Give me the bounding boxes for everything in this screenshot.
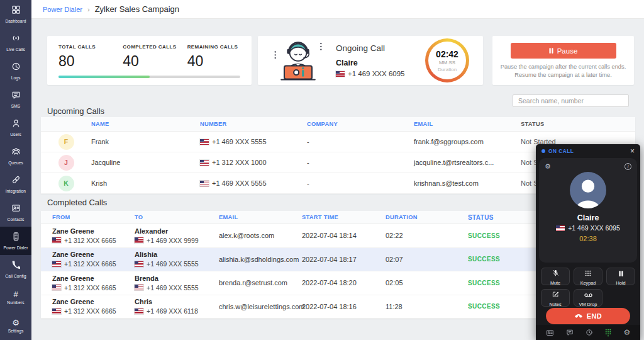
from-name: Zane Greene — [52, 298, 135, 305]
us-flag-icon — [200, 139, 209, 145]
call-timer: 02:38 — [539, 235, 637, 242]
mute-button[interactable]: Mute — [541, 268, 570, 285]
avatar: F — [58, 134, 74, 150]
info-icon[interactable]: i — [625, 163, 631, 170]
sidebar-item-label: Integration — [6, 189, 26, 193]
to-number: +1 469 XXX 5555 — [147, 260, 199, 268]
sidebar-item-users[interactable]: Users — [0, 113, 31, 142]
avatar: J — [58, 155, 74, 171]
search-input[interactable] — [513, 94, 629, 107]
sidebar-item-settings[interactable]: ⚙ Settings — [0, 312, 31, 340]
completed-calls-title: Completed Calls — [47, 198, 107, 207]
stat-value: 80 — [58, 53, 123, 70]
sidebar-item-queues[interactable]: Queues — [0, 142, 31, 170]
column-header-company[interactable]: COMPANY — [307, 121, 414, 127]
us-flag-icon — [135, 261, 143, 267]
sidebar-item-label: Call Config — [5, 274, 26, 278]
call-duration-value: 02:42 — [436, 49, 458, 59]
chat-icon[interactable] — [566, 329, 574, 336]
from-number: +1 312 XXX 6665 — [64, 260, 116, 268]
end-call-label: END — [587, 312, 602, 320]
from-number: +1 312 XXX 6665 — [64, 284, 116, 292]
ongoing-call-title: Ongoing Call — [336, 43, 424, 53]
pause-button[interactable]: Pause — [511, 43, 616, 59]
vm-drop-label: VM Drop — [579, 302, 597, 307]
notes-edit-icon — [552, 289, 559, 300]
stat-total-calls: TOTAL CALLS 80 — [58, 44, 123, 70]
dialpad-icon[interactable] — [605, 329, 611, 337]
sidebar-item-label: Dashboard — [5, 19, 26, 23]
caller-number: +1 469 XXX 6095 — [568, 224, 620, 232]
sidebar-item-power-dialer[interactable]: Power Dialer — [0, 227, 31, 255]
queues-icon — [11, 147, 21, 159]
avatar: K — [58, 176, 74, 191]
mute-label: Mute — [550, 280, 560, 286]
logs-history-icon — [11, 62, 21, 74]
column-header-number[interactable]: NUMBER — [200, 121, 307, 127]
us-flag-icon — [200, 181, 209, 186]
vm-drop-button[interactable]: VM Drop — [574, 289, 602, 307]
contact-company: - — [307, 159, 414, 166]
to-name: Alishia — [135, 251, 219, 258]
sidebar-item-dashboard[interactable]: Dashboard — [0, 0, 31, 28]
on-call-status-label: ON CALL — [548, 148, 574, 154]
sidebar-item-logs[interactable]: Logs — [0, 57, 31, 85]
to-number: +1 469 XXX 9999 — [147, 237, 199, 244]
live-calls-icon — [11, 33, 21, 45]
caller-name: Claire — [539, 213, 637, 222]
hold-button[interactable]: Hold — [606, 268, 635, 285]
ongoing-call-number: +1 469 XXX 6095 — [348, 70, 404, 77]
keypad-icon — [585, 268, 591, 279]
voicemail-icon — [584, 289, 592, 300]
column-header-email[interactable]: EMAIL — [219, 214, 302, 220]
call-agent-illustration — [270, 37, 326, 84]
sidebar-item-contacts[interactable]: Contacts — [0, 198, 31, 227]
to-number: +1 469 XXX 5555 — [147, 284, 199, 292]
campaign-stats-card: TOTAL CALLS 80 COMPLETED CALLS 40 REMAIN… — [47, 36, 252, 85]
column-header-email[interactable]: EMAIL — [414, 121, 521, 127]
column-header-to[interactable]: TO — [135, 214, 219, 220]
column-header-name[interactable]: NAME — [91, 121, 200, 127]
breadcrumb-separator: › — [87, 6, 90, 13]
from-number: +1 312 XXX 6665 — [64, 307, 116, 315]
upcoming-calls-title: Upcoming Calls — [47, 106, 104, 116]
sidebar-item-numbers[interactable]: # Numbers — [0, 283, 31, 312]
column-header-status[interactable]: STATUS — [521, 121, 635, 127]
sms-chat-icon — [11, 90, 21, 102]
column-header-start-time[interactable]: START TIME — [302, 214, 386, 220]
sidebar-item-integration[interactable]: Integration — [0, 170, 31, 198]
contacts-card-icon — [11, 203, 21, 215]
notes-label: Notes — [549, 302, 561, 307]
contact-card-icon[interactable] — [546, 329, 554, 337]
sidebar-item-label: Contacts — [8, 217, 25, 222]
history-clock-icon[interactable] — [586, 329, 593, 336]
column-header-duration[interactable]: DURATION — [386, 214, 468, 220]
close-icon[interactable]: × — [630, 147, 635, 155]
gear-icon[interactable]: ⚙ — [545, 162, 551, 171]
campaign-progress-fill — [58, 76, 150, 78]
power-dialer-icon — [11, 232, 21, 244]
settings-gear-icon[interactable]: ⚙ — [624, 328, 631, 337]
call-email: alex.k@roots.com — [219, 232, 302, 239]
caller-avatar — [570, 172, 606, 211]
column-header-from[interactable]: FROM — [41, 214, 135, 220]
hold-label: Hold — [616, 280, 625, 286]
notes-button[interactable]: Notes — [541, 289, 570, 307]
us-flag-icon — [135, 285, 143, 290]
contact-number: +1 312 XXX 1000 — [212, 159, 267, 166]
settings-gear-icon: ⚙ — [12, 319, 19, 327]
keypad-button[interactable]: Keypad — [574, 268, 602, 285]
us-flag-icon — [135, 237, 143, 243]
contact-email: krishnan.s@test.com — [414, 179, 521, 187]
keypad-label: Keypad — [580, 280, 596, 286]
breadcrumb-parent-link[interactable]: Power Dialer — [43, 6, 82, 13]
to-name: Brenda — [135, 275, 219, 282]
sidebar-item-sms[interactable]: SMS — [0, 85, 31, 113]
sidebar-item-live-calls[interactable]: Live Calls — [0, 28, 31, 57]
end-call-button[interactable]: END — [546, 308, 630, 324]
call-start-time: 2022-07-04 18:16 — [302, 303, 386, 310]
to-name: Alexander — [135, 227, 219, 235]
call-start-time: 2022-07-04 18:17 — [302, 256, 386, 263]
from-name: Zane Greene — [52, 275, 135, 282]
sidebar-item-call-config[interactable]: Call Config — [0, 255, 31, 283]
